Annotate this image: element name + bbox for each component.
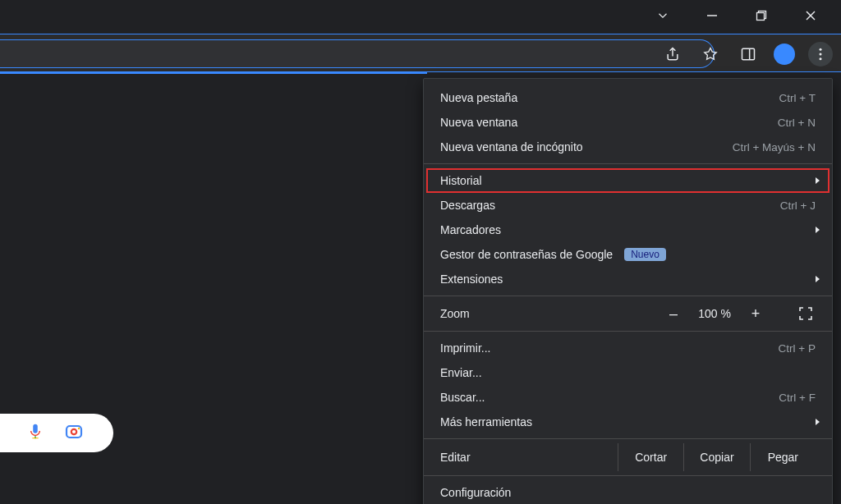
more-menu-button[interactable] xyxy=(808,42,833,66)
svg-rect-5 xyxy=(742,48,755,59)
menu-more-tools[interactable]: Más herramientas xyxy=(424,410,832,434)
fullscreen-button[interactable] xyxy=(796,304,816,323)
menu-passwords[interactable]: Gestor de contraseñas de Google Nuevo xyxy=(424,242,832,267)
profile-avatar[interactable] xyxy=(774,44,795,65)
menu-zoom: Zoom – 100 % + xyxy=(424,300,832,327)
menu-separator xyxy=(424,296,832,296)
edit-cut-button[interactable]: Cortar xyxy=(618,443,683,471)
zoom-in-button[interactable]: + xyxy=(748,306,763,321)
new-badge: Nuevo xyxy=(624,248,666,261)
submenu-arrow-icon xyxy=(814,226,822,234)
svg-rect-2 xyxy=(757,13,765,21)
address-bar[interactable] xyxy=(0,39,715,68)
menu-extensions[interactable]: Extensiones xyxy=(424,267,832,291)
menu-bookmarks[interactable]: Marcadores xyxy=(424,218,832,242)
menu-find[interactable]: Buscar... Ctrl + F xyxy=(424,385,832,410)
lens-search-icon[interactable] xyxy=(64,422,84,445)
svg-point-7 xyxy=(820,48,822,50)
menu-incognito[interactable]: Nueva ventana de incógnito Ctrl + Mayús … xyxy=(424,135,832,159)
menu-send[interactable]: Enviar... xyxy=(424,360,832,385)
menu-history[interactable]: Historial xyxy=(424,168,832,193)
menu-print[interactable]: Imprimir... Ctrl + P xyxy=(424,336,832,360)
submenu-arrow-icon xyxy=(814,418,822,426)
maximize-button[interactable] xyxy=(751,5,772,26)
edit-paste-button[interactable]: Pegar xyxy=(750,443,816,471)
menu-new-window[interactable]: Nueva ventana Ctrl + N xyxy=(424,110,832,135)
google-search-box[interactable] xyxy=(0,414,113,452)
menu-downloads[interactable]: Descargas Ctrl + J xyxy=(424,193,832,218)
chrome-menu: Nueva pestaña Ctrl + T Nueva ventana Ctr… xyxy=(423,78,833,504)
zoom-value: 100 % xyxy=(696,307,733,320)
side-panel-button[interactable] xyxy=(736,42,761,66)
menu-edit-row: Editar Cortar Copiar Pegar xyxy=(424,443,832,471)
tab-search-button[interactable] xyxy=(652,5,673,26)
bookmark-star-button[interactable] xyxy=(698,42,723,66)
svg-point-8 xyxy=(820,53,822,55)
share-button[interactable] xyxy=(660,42,685,66)
zoom-out-button[interactable]: – xyxy=(666,306,681,321)
menu-settings[interactable]: Configuración xyxy=(424,480,832,504)
menu-separator xyxy=(424,475,832,476)
menu-separator xyxy=(424,163,832,164)
menu-separator xyxy=(424,331,832,332)
minimize-button[interactable] xyxy=(701,5,723,26)
submenu-arrow-icon xyxy=(814,275,822,283)
voice-search-icon[interactable] xyxy=(26,423,44,444)
submenu-arrow-icon xyxy=(814,176,822,185)
close-button[interactable] xyxy=(800,5,821,26)
edit-copy-button[interactable]: Copiar xyxy=(683,443,749,471)
svg-point-11 xyxy=(71,428,76,433)
menu-new-tab[interactable]: Nueva pestaña Ctrl + T xyxy=(424,85,832,110)
svg-point-9 xyxy=(820,57,822,60)
svg-point-12 xyxy=(78,427,80,428)
menu-separator xyxy=(424,438,832,439)
